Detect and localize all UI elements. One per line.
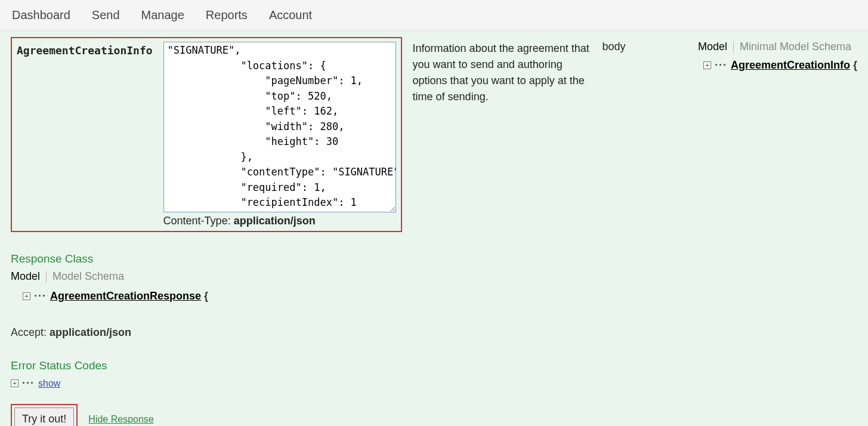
response-class-title: Response Class (11, 252, 857, 266)
parameter-body-textarea[interactable] (163, 42, 396, 212)
parameter-name: AgreementCreationInfo (17, 42, 153, 57)
nav-dashboard[interactable]: Dashboard (12, 8, 70, 22)
tab-response-model-schema[interactable]: Model Schema (47, 270, 130, 283)
try-row: Try it out! Hide Response (11, 404, 857, 426)
parameter-value-column: Content-Type: application/json (163, 42, 396, 227)
response-tabs: Model Model Schema (11, 270, 857, 283)
parameter-row: AgreementCreationInfo Content-Type: appl… (11, 31, 857, 232)
parameter-description: Information about the agreement that you… (413, 37, 592, 105)
parameter-highlight-box: AgreementCreationInfo Content-Type: appl… (11, 37, 402, 232)
nav-reports[interactable]: Reports (206, 8, 248, 22)
try-it-out-button[interactable]: Try it out! (14, 408, 74, 426)
nav-manage[interactable]: Manage (141, 8, 184, 22)
show-errors-link[interactable]: show (38, 378, 60, 389)
top-nav: Dashboard Send Manage Reports Account (0, 0, 868, 31)
model-open-brace: { (850, 59, 857, 71)
response-class-name[interactable]: AgreementCreationResponse (50, 290, 201, 302)
model-tabs: Model Minimal Model Schema (692, 41, 857, 53)
accept-line: Accept: application/json (11, 326, 857, 339)
dots-icon: ∙∙∙ (715, 59, 727, 72)
content-type-line: Content-Type: application/json (163, 215, 396, 227)
dots-icon: ∙∙∙ (22, 377, 35, 390)
dots-icon: ∙∙∙ (34, 290, 47, 302)
model-class-name[interactable]: AgreementCreationInfo (731, 59, 850, 71)
expand-icon[interactable]: + (23, 292, 30, 300)
hide-response-link[interactable]: Hide Response (88, 414, 153, 425)
error-status-title: Error Status Codes (11, 359, 857, 372)
model-tree: + ∙∙∙ AgreementCreationInfo { (703, 59, 857, 72)
content-type-label: Content-Type: (163, 215, 234, 227)
model-panel: Model Minimal Model Schema + ∙∙∙ Agreeme… (692, 37, 857, 72)
expand-icon[interactable]: + (11, 379, 18, 387)
accept-value: application/json (50, 326, 131, 338)
response-open-brace: { (201, 290, 208, 302)
try-highlight-box: Try it out! (11, 404, 78, 426)
nav-send[interactable]: Send (92, 8, 120, 22)
expand-icon[interactable]: + (703, 61, 711, 69)
error-row: + ∙∙∙ show (11, 377, 857, 390)
response-tree-line: + ∙∙∙ AgreementCreationResponse { (23, 290, 857, 302)
accept-label: Accept: (11, 326, 50, 338)
response-model-tree: + ∙∙∙ AgreementCreationResponse { (23, 290, 857, 302)
parameter-data-type: body (603, 37, 626, 53)
tab-response-model[interactable]: Model (11, 270, 46, 283)
nav-account[interactable]: Account (269, 8, 312, 22)
tab-minimal-model-schema[interactable]: Minimal Model Schema (734, 41, 857, 53)
model-tree-line: + ∙∙∙ AgreementCreationInfo { (703, 59, 857, 72)
tab-model[interactable]: Model (692, 41, 733, 53)
content-type-value: application/json (234, 215, 316, 227)
main-panel: AgreementCreationInfo Content-Type: appl… (0, 31, 868, 426)
